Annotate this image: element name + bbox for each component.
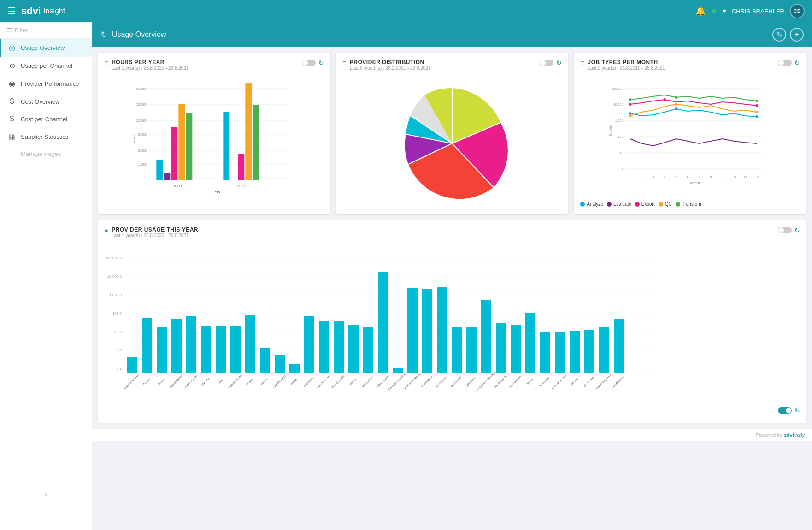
svg-text:Nebula: Nebula: [349, 377, 357, 386]
svg-text:MediaEncoder: MediaEncoder: [331, 375, 346, 389]
notification-icon[interactable]: 🔔: [695, 6, 706, 16]
svg-rect-94: [201, 326, 211, 373]
sidebar-item-usage-overview[interactable]: ◎ Usage Overview: [0, 39, 92, 57]
svg-rect-140: [540, 332, 550, 373]
top-navigation: ☰ sdvi Insight 🔔 ♥ ▾ CHRIS BRAEHLER CB: [0, 0, 812, 22]
sidebar-item-provider-performance[interactable]: ◉ Provider Performance: [0, 75, 92, 93]
svg-text:1.000,0: 1.000,0: [109, 293, 122, 297]
favorites-icon[interactable]: ♥: [711, 6, 717, 17]
svg-text:1: 1: [622, 167, 624, 171]
svg-rect-108: [304, 316, 314, 373]
hours-per-year-title-group: HOURS PER YEAR Last 1 year(s) : 26.8.202…: [112, 59, 188, 75]
app-name: Insight: [43, 7, 695, 15]
provider-performance-icon: ◉: [8, 79, 16, 88]
svg-rect-118: [378, 272, 388, 373]
job-types-per-month-card: ≡ JOB TYPES PER MONTH Last 2 year(s) : 2…: [574, 53, 806, 214]
svg-text:100.000,0: 100.000,0: [105, 256, 122, 260]
filter-label: Filter...: [15, 27, 33, 34]
hours-per-year-header: ≡ HOURS PER YEAR Last 1 year(s) : 26.8.2…: [104, 59, 324, 75]
provider-usage-toggle-bottom[interactable]: [778, 407, 792, 414]
legend-export: Export: [635, 202, 655, 207]
chevron-down-icon[interactable]: ▾: [722, 6, 726, 16]
sidebar-item-supplier-statistics[interactable]: ▦ Supplier Statistics: [0, 128, 92, 146]
svg-rect-90: [171, 319, 182, 373]
header-actions: ✎ +: [772, 28, 804, 42]
page-title: Usage Overview: [112, 30, 768, 39]
sidebar-item-label: Manage Pages: [21, 150, 61, 157]
svg-rect-84: [127, 357, 137, 373]
provider-usage-refresh[interactable]: ↻: [794, 226, 800, 234]
svg-point-61: [629, 103, 632, 106]
sidebar-item-label: Usage per Channel: [21, 62, 72, 69]
provider-usage-toggle[interactable]: [778, 227, 792, 233]
sidebar-item-label: Supplier Statistics: [21, 133, 68, 140]
svg-point-65: [675, 103, 678, 106]
svg-rect-124: [422, 289, 432, 373]
sidebar-item-usage-per-channel[interactable]: ⊕ Usage per Channel: [0, 57, 92, 75]
menu-icon[interactable]: ☰: [7, 6, 16, 17]
svg-rect-18: [223, 112, 229, 180]
logo: sdvi: [21, 5, 41, 17]
avatar[interactable]: CB: [790, 4, 805, 18]
svg-text:1.000: 1.000: [138, 162, 147, 167]
svg-rect-144: [570, 331, 580, 373]
svg-text:3: 3: [653, 175, 654, 179]
svg-point-63: [756, 104, 759, 107]
sidebar-item-cost-overview[interactable]: $ Cost Overview: [0, 93, 92, 110]
sidebar-item-label: Cost per Channel: [21, 116, 67, 123]
edit-button[interactable]: ✎: [772, 28, 786, 42]
svg-point-67: [629, 98, 632, 101]
svg-rect-15: [171, 127, 177, 180]
legend-evaluate: Evaluate: [607, 202, 631, 207]
svg-text:2.000: 2.000: [138, 149, 147, 153]
provider-usage-section: ≡ PROVIDER USAGE THIS YEAR Last 1 year(s…: [92, 220, 812, 428]
cost-overview-icon: $: [8, 97, 16, 106]
svg-point-64: [629, 114, 632, 117]
export-dot: [635, 202, 640, 207]
svg-text:Duration: Duration: [609, 124, 612, 136]
svg-point-59: [675, 107, 678, 110]
svg-text:MediaConvert: MediaConvert: [316, 375, 330, 389]
sidebar-item-cost-per-channel[interactable]: $ Cost per Channel: [0, 110, 92, 128]
hours-per-year-toggle[interactable]: [302, 60, 316, 66]
provider-usage-svg: 100.000,0 10.000,0 1.000,0 100,0 10,0 1,…: [104, 246, 657, 403]
svg-rect-148: [599, 327, 609, 373]
provider-distribution-title-group: PROVIDER DISTRIBUTION Last 6 month(s) : …: [350, 59, 431, 75]
svg-rect-130: [466, 327, 477, 373]
filter-icon: ☰: [6, 27, 12, 34]
transform-dot: [676, 202, 680, 207]
filter-icon: ≡: [342, 59, 346, 66]
qc-label: QC: [665, 202, 672, 207]
svg-rect-13: [156, 160, 163, 180]
provider-distribution-refresh[interactable]: ↻: [556, 59, 562, 66]
svg-text:Vantage: Vantage: [570, 377, 579, 386]
provider-distribution-toggle[interactable]: [540, 60, 553, 66]
topnav-right: 🔔 ♥ ▾ CHRIS BRAEHLER CB: [695, 4, 805, 18]
svg-rect-116: [363, 327, 373, 373]
hours-per-year-subtitle: Last 1 year(s) : 26.8.2020 - 26.8.2021: [112, 66, 188, 71]
svg-text:1,0: 1,0: [117, 348, 122, 352]
svg-text:Rekognition: Rekognition: [361, 375, 374, 388]
svg-text:50.000: 50.000: [136, 87, 147, 91]
add-button[interactable]: +: [790, 28, 804, 42]
job-types-toggle[interactable]: [778, 60, 792, 66]
svg-text:SdviMover: SdviMover: [465, 376, 476, 387]
provider-distribution-header: ≡ PROVIDER DISTRIBUTION Last 6 month(s) …: [342, 59, 562, 75]
svg-rect-112: [334, 321, 344, 373]
provider-distribution-chart: [342, 79, 562, 208]
svg-text:TarZip: TarZip: [526, 378, 534, 385]
svg-text:SdviSimpleQc: SdviSimpleQc: [493, 375, 507, 389]
svg-text:20.000: 20.000: [136, 102, 147, 107]
svg-rect-146: [584, 330, 594, 373]
hours-per-year-refresh[interactable]: ↻: [318, 59, 324, 66]
svg-rect-134: [496, 323, 506, 373]
svg-text:10.000,0: 10.000,0: [107, 274, 122, 279]
sidebar-filter: ☰ Filter...: [0, 22, 92, 39]
svg-text:SdviQcEventClassifier: SdviQcEventClassifier: [475, 371, 496, 392]
svg-text:ClamAv: ClamAv: [201, 377, 210, 386]
svg-rect-98: [230, 326, 241, 373]
job-types-refresh[interactable]: ↻: [794, 59, 800, 66]
svg-rect-14: [164, 173, 170, 180]
provider-usage-refresh-bottom[interactable]: ↻: [794, 407, 800, 414]
provider-usage-scroll[interactable]: 100.000,0 10.000,0 1.000,0 100,0 10,0 1,…: [104, 246, 800, 405]
